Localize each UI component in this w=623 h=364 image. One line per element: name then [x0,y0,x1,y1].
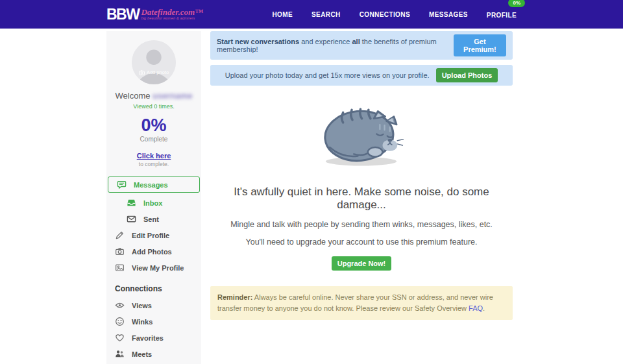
reminder-text: Always be careful online. Never share yo… [217,293,493,312]
menu-label: Winks [132,318,153,326]
premium-banner-mid: and experience [299,38,352,45]
eye-icon [115,300,125,310]
faq-link[interactable]: FAQ [469,304,483,312]
avatar-add-photo[interactable]: Add photo [132,40,176,84]
upload-banner-text: Upload your photo today and get 15x more… [225,71,430,79]
viewed-count-text: Viewed 0 times. [106,103,201,110]
click-here-link[interactable]: Click here [106,152,201,160]
nav-messages[interactable]: MESSAGES [429,11,468,18]
premium-banner: Start new conversations and experience a… [210,31,513,60]
nav-home[interactable]: HOME [272,11,293,18]
menu-label: Edit Profile [132,232,169,239]
envelope-icon [127,214,136,224]
sidebar-item-views[interactable]: Views [106,298,201,313]
get-premium-button[interactable]: Get Premium! [454,34,506,56]
upload-photos-button[interactable]: Upload Photos [436,68,498,82]
profile-complete-label: Complete [106,136,201,143]
profile-complete-percent: 0% [106,117,201,134]
sleeping-cat-illustration [316,103,407,169]
menu-label: Sent [143,215,159,223]
sidebar-menu: Messages Inbox Sent [106,176,201,364]
upload-photo-banner: Upload your photo today and get 15x more… [210,65,513,86]
main-content: Start new conversations and experience a… [210,31,513,320]
sidebar-item-favorites[interactable]: Favorites [106,330,201,345]
menu-label: Meets [132,350,152,358]
profile-card-icon [115,263,125,273]
pencil-icon [115,230,125,240]
menu-label: Favorites [132,334,164,342]
premium-banner-bold2: all [352,38,360,45]
menu-label: Messages [134,181,168,189]
sidebar-item-sent[interactable]: Sent [106,212,201,226]
sidebar-item-view-my-profile[interactable]: View My Profile [106,260,201,275]
sidebar-item-inbox[interactable]: Inbox [106,195,201,210]
sidebar-item-winks[interactable]: Winks [106,314,201,329]
premium-banner-bold1: Start new conversations [217,38,299,45]
sidebar-item-meets[interactable]: Meets [106,346,201,361]
app-root: BBW Datefinder.com™ big beautiful women … [0,0,623,364]
people-icon [115,349,125,359]
sidebar-item-messages[interactable]: Messages [108,176,200,193]
empty-state-headline: It's awfully quiet in here. Make some no… [210,186,513,212]
chat-icon [117,180,127,189]
sidebar-item-add-photos[interactable]: Add Photos [106,244,201,259]
reminder-label: Reminder: [217,293,252,301]
menu-label: Add Photos [132,248,172,256]
safety-reminder: Reminder: Always be careful online. Neve… [210,286,513,320]
upgrade-now-button[interactable]: Upgrade Now! [332,256,392,271]
connections-section-header: Connections [106,276,201,297]
avatar-silhouette-icon [132,40,176,84]
logo-tagline-text: big beautiful women & admirers [141,17,203,21]
brand-logo[interactable]: BBW Datefinder.com™ big beautiful women … [106,7,203,22]
profile-progress-badge: 0% [508,0,525,7]
menu-label: View My Profile [132,264,184,272]
premium-banner-text: Start new conversations and experience a… [217,38,447,53]
inbox-icon [127,198,136,208]
primary-nav: HOME SEARCH CONNECTIONS MESSAGES 0% PROF… [272,8,517,20]
camera-icon [115,247,125,256]
camera-icon [139,70,145,75]
menu-label: Inbox [143,199,162,207]
empty-state-line2: You'll need to upgrade your account to u… [210,237,513,247]
welcome-label: Welcome [116,91,151,101]
nav-profile[interactable]: PROFILE [487,12,517,19]
reminder-suffix: . [483,304,485,312]
menu-label: Views [132,302,152,309]
wink-smiley-icon [115,317,125,326]
sidebar-item-edit-profile[interactable]: Edit Profile [106,228,201,243]
nav-search[interactable]: SEARCH [312,11,341,18]
empty-state-line1: Mingle and talk with people by sending t… [210,220,513,229]
to-complete-label: to complete. [106,161,201,167]
logo-brand-text: Datefinder.com™ [141,8,203,16]
sidebar: Add photo Welcome username Viewed 0 time… [106,31,201,364]
top-navbar: BBW Datefinder.com™ big beautiful women … [0,0,623,29]
heart-icon [115,333,125,343]
logo-bbw-text: BBW [106,7,139,22]
nav-connections[interactable]: CONNECTIONS [360,11,410,18]
welcome-text: Welcome username [106,91,201,101]
username-redacted: username [153,91,192,101]
add-photo-label: Add photo [147,69,169,75]
